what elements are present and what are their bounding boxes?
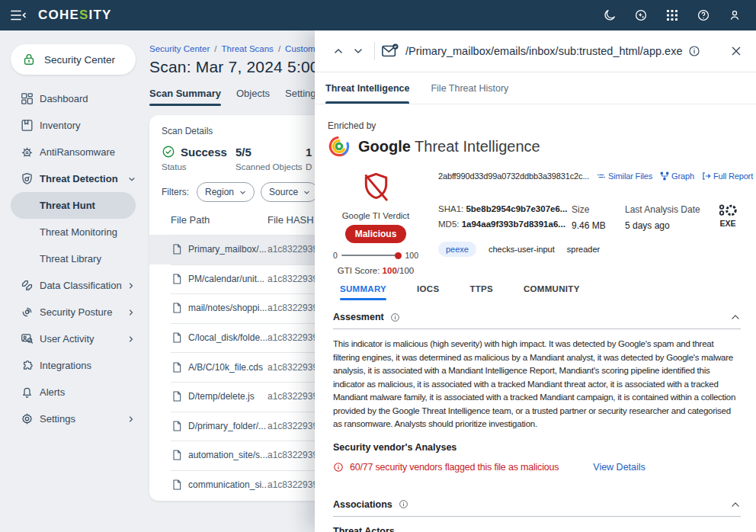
ai-assistant-icon[interactable] [630,5,652,26]
dashboard-icon [20,91,34,106]
sidebar-item-user-activity[interactable]: User Activity [0,325,146,352]
file-path: mail/notes/shoppi... [188,303,267,313]
gti-score-slider: 0 100 [333,251,418,260]
gti-swirl-icon [328,135,351,158]
tab-summary[interactable]: SUMMARY [340,284,386,300]
tab-scan-summary[interactable]: Scan Summary [149,88,221,106]
menu-collapse-icon[interactable] [11,9,26,21]
shield-icon [20,171,34,186]
assessment-title: Assesment [333,312,384,322]
file-icon [171,332,183,344]
score-dot [395,252,402,259]
last-analysis-label: Last Analysis Date [625,204,716,215]
file-path: automation_site/s... [188,450,267,460]
tab-ttps[interactable]: TTPS [469,284,493,300]
tab-file-threat-history[interactable]: File Threat History [431,72,508,104]
sidebar-item-alerts[interactable]: Alerts [0,379,146,405]
collapse-icon[interactable] [730,312,741,322]
associations-section-header: Associations [333,499,741,510]
bug-icon [20,145,34,159]
sidebar-item-settings[interactable]: Settings [0,405,146,432]
malicious-shield-icon [333,170,418,206]
prev-item-icon[interactable] [328,41,348,61]
threat-detail-panel: /Primary_mailbox/emails/inbox/sub:truste… [315,30,756,532]
file-path-title: /Primary_mailbox/emails/inbox/sub:truste… [405,45,682,57]
threat-actors-title: Threat Actors [333,526,741,532]
sidebar-item-inventory[interactable]: Inventory [0,112,146,139]
similar-files-link[interactable]: Similar Files [597,171,652,181]
tag-spreader[interactable]: spreader [567,245,600,254]
full-report-link[interactable]: Full Report [702,171,753,181]
topbar: COHESITY [0,0,756,30]
breadcrumb-security-center[interactable]: Security Center [149,44,210,53]
panel-header: /Primary_mailbox/emails/inbox/sub:truste… [315,30,756,72]
sidebar-item-antiransomware[interactable]: AntiRansomware [0,139,146,165]
file-path: PM/calendar/unit... [188,274,267,284]
size-value: 9.46 MB [572,220,625,231]
security-center-header[interactable]: Security Center [11,44,136,75]
col-file-hash: File HASH [267,214,314,226]
tag-peexe[interactable]: peexe [438,242,476,257]
file-icon [171,390,183,402]
file-icon [171,302,183,314]
file-path: Primary_mailbox/... [188,244,267,255]
sidebar-item-data-classification[interactable]: Data Classification [0,272,146,299]
next-item-icon[interactable] [348,41,368,61]
chevron-right-icon [127,308,136,317]
file-icon [171,243,183,255]
panel-tabs: Threat Intelligence File Threat History [315,72,756,104]
puzzle-icon [20,358,34,373]
scanned-objects-label: Scanned Objects [235,162,306,171]
file-icon [171,273,183,285]
tab-objects[interactable]: Objects [236,88,270,106]
sha1-value: 5be8b2954c9b7e307e6... [466,204,567,213]
filter-source[interactable]: Source [261,182,319,202]
enriched-by-label: Enriched by [328,120,741,131]
account-icon[interactable] [724,5,745,26]
scan-status-label: Status [162,162,235,171]
sidebar-item-dashboard[interactable]: Dashboard [0,85,146,112]
breadcrumb-threat-scans[interactable]: Threat Scans [221,44,273,53]
tab-threat-intelligence[interactable]: Threat Intelligence [325,72,409,104]
help-icon[interactable] [693,5,714,26]
associations-title: Associations [333,499,392,510]
apps-grid-icon[interactable] [662,5,683,26]
file-path: D/temp/delete.js [188,391,267,402]
file-path: C/local_disk/folde... [188,332,267,343]
chevron-right-icon [127,281,136,290]
lock-icon [21,52,37,67]
tab-community[interactable]: COMMUNITY [524,284,580,300]
sidebar-item-integrations[interactable]: Integrations [0,352,146,379]
view-details-link[interactable]: View Details [593,462,645,473]
success-check-icon [162,145,175,159]
assessment-section-header: Assesment [333,312,741,322]
file-path: communication_si... [188,479,267,490]
gti-score: GTI Score: 100/100 [333,266,418,275]
vendors-warning: 60/77 security vendors flagged this file… [350,462,559,473]
sidebar-item-threat-monitoring[interactable]: Threat Monitoring [0,219,146,245]
sidebar-item-threat-detection[interactable]: Threat Detection [0,165,146,192]
last-analysis-value: 5 days ago [625,220,716,231]
info-icon[interactable] [688,45,700,57]
tab-iocs[interactable]: IOCS [417,284,439,300]
collapse-icon[interactable] [730,499,741,510]
email-file-icon [381,43,399,59]
gti-logo: Google Threat Intelligence [328,135,741,158]
dark-mode-icon[interactable] [599,5,620,26]
file-sha256: 2abff990d33d99a0732ddbb3a39831c2c... [438,171,589,181]
md5-value: 1a94aa9f393b7d8391a6... [462,220,565,229]
file-icon [171,449,183,461]
chevron-right-icon [127,335,136,344]
sidebar-item-threat-hunt[interactable]: Threat Hunt [11,192,136,219]
sidebar-item-security-posture[interactable]: Security Posture [0,299,146,325]
info-icon[interactable] [390,312,400,322]
scanned-objects-value: 5/5 [235,146,251,159]
data-classification-icon [20,278,34,293]
close-icon[interactable] [730,45,742,57]
sidebar-item-threat-library[interactable]: Threat Library [0,245,146,272]
filter-region[interactable]: Region [197,182,255,202]
file-icon [171,479,183,491]
tag-checks-user-input[interactable]: checks-user-input [489,245,555,254]
graph-link[interactable]: Graph [660,171,694,181]
info-icon[interactable] [399,499,408,509]
